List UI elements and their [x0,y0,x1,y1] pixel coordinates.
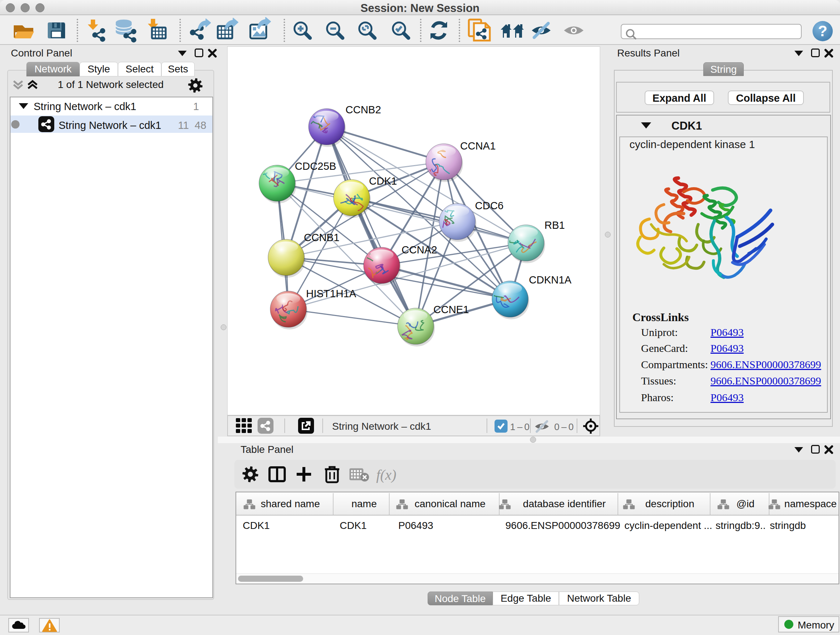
svg-text:?: ? [818,22,827,40]
svg-text:CCNA1: CCNA1 [460,140,496,152]
svg-text:CCNE1: CCNE1 [433,304,469,315]
svg-text:RB1: RB1 [545,219,565,231]
svg-text:CDC25B: CDC25B [295,160,336,172]
svg-text:CDC6: CDC6 [475,200,504,211]
svg-text:CCNB2: CCNB2 [346,104,381,116]
svg-text:CDKN1A: CDKN1A [529,274,572,286]
svg-text:CCNA2: CCNA2 [401,244,437,256]
svg-text:CCNB1: CCNB1 [304,232,339,243]
svg-text:HIST1H1A: HIST1H1A [306,288,356,299]
svg-text:CDK1: CDK1 [369,175,397,187]
